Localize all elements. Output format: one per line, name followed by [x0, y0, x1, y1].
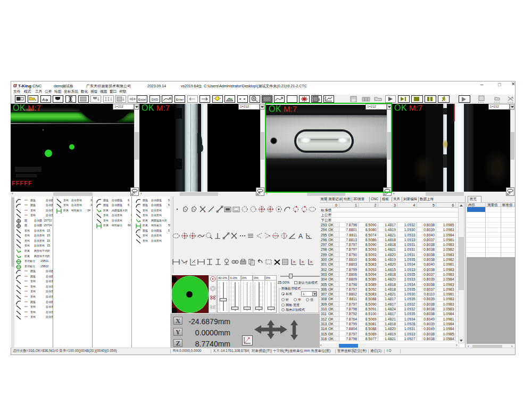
svg-text:Excel: Excel: [138, 98, 146, 101]
svg-text:Enter: Enter: [176, 98, 184, 101]
svg-text:B: B: [169, 97, 171, 100]
svg-text:DXD: DXD: [152, 98, 159, 101]
svg-text:A: A: [298, 233, 303, 240]
